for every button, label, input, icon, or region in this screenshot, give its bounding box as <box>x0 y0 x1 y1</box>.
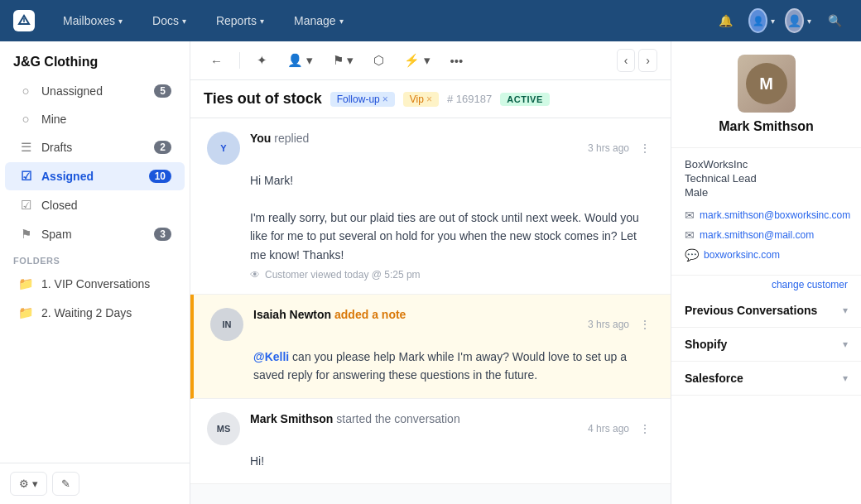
sender-avatar: MS <box>207 412 240 445</box>
conversation-header: Ties out of stock Follow-up × Vip × # 16… <box>190 80 671 118</box>
follow-up-tag[interactable]: Follow-up × <box>330 92 395 107</box>
sidebar-item-unassigned[interactable]: ○ Unassigned 5 <box>5 77 185 104</box>
customer-website[interactable]: boxworksinc.com <box>704 249 780 261</box>
message-item: IN Isaiah Newton added a note 3 hrs ago … <box>190 295 671 399</box>
more-button[interactable]: ••• <box>444 49 470 73</box>
customer-header: M Mark Smithson <box>671 41 861 148</box>
customer-avatar: M <box>738 55 796 113</box>
sidebar-item-drafts[interactable]: ☰ Drafts 2 <box>5 133 185 161</box>
message-time: 3 hrs ago <box>588 142 629 154</box>
inbox-icon: ○ <box>18 84 33 98</box>
message-meta: Isaiah Newton added a note <box>253 308 406 321</box>
action-button[interactable]: ⚡ ▾ <box>397 48 436 73</box>
assigned-icon: ☑ <box>18 169 33 184</box>
messages-area: Y You replied 3 hrs ago ⋮ Hi Mark! I'm r… <box>190 118 671 504</box>
chevron-down-icon: ▾ <box>118 17 123 26</box>
separator <box>239 52 240 69</box>
sidebar-item-mine[interactable]: ○ Mine <box>5 105 185 132</box>
gear-icon: ⚙ <box>19 478 29 490</box>
message-item: MS Mark Smithson started the conversatio… <box>190 399 671 484</box>
customer-role: Technical Lead <box>685 172 848 185</box>
chevron-down-icon: ▾ <box>182 17 186 26</box>
change-customer-button[interactable]: change customer <box>671 276 861 294</box>
sidebar-bottom: ⚙ ▾ ✎ <box>0 463 190 504</box>
email-icon: ✉ <box>685 228 695 242</box>
sidebar-item-spam[interactable]: ⚑ Spam 3 <box>5 220 185 248</box>
nav-manage[interactable]: Manage ▾ <box>287 11 350 31</box>
compose-icon: ✎ <box>61 478 70 490</box>
toolbar-nav: ‹ › <box>617 49 657 72</box>
flag-button[interactable]: ⚑ ▾ <box>326 48 360 73</box>
message-options-button[interactable]: ⋮ <box>636 314 654 334</box>
customer-email1[interactable]: mark.smithson@boxworksinc.com <box>700 209 850 221</box>
follow-up-remove-icon[interactable]: × <box>382 94 388 105</box>
chevron-down-icon: ▾ <box>843 372 848 384</box>
eye-icon: 👁 <box>250 269 260 281</box>
compose-button[interactable]: ✎ <box>52 472 79 496</box>
message-header-row: IN Isaiah Newton added a note 3 hrs ago … <box>210 308 654 341</box>
team-avatar-button[interactable]: 👤 ▾ <box>748 7 775 34</box>
back-button[interactable]: ← <box>204 49 229 73</box>
team-avatar: 👤 <box>748 8 767 33</box>
sidebar-item-assigned[interactable]: ☑ Assigned 10 <box>5 162 185 190</box>
shopify-toggle[interactable]: Shopify ▾ <box>671 328 861 361</box>
label-button[interactable]: ⬡ <box>367 48 391 73</box>
next-conversation-button[interactable]: › <box>638 49 657 72</box>
prev-conversation-button[interactable]: ‹ <box>617 49 636 72</box>
assigned-badge: 10 <box>149 170 171 183</box>
shopify-title: Shopify <box>685 338 727 351</box>
folder-icon: 📁 <box>18 276 33 291</box>
chevron-down-icon: ▾ <box>339 17 344 26</box>
main-layout: J&G Clothing ○ Unassigned 5 ○ Mine ☰ Dra… <box>0 41 861 504</box>
message-time: 4 hrs ago <box>588 423 629 434</box>
shopify-section: Shopify ▾ <box>671 328 861 362</box>
active-status-badge: ACTIVE <box>500 93 550 106</box>
content-area: ← ✦ 👤 ▾ ⚑ ▾ ⬡ ⚡ ▾ ••• ‹ › Ties out of st… <box>190 41 671 504</box>
message-meta: Mark Smithson started the conversation <box>250 412 460 425</box>
notifications-button[interactable]: 🔔 <box>712 7 738 34</box>
sender-avatar: IN <box>210 308 243 341</box>
settings-button[interactable]: ⚙ ▾ <box>10 472 47 496</box>
nav-docs[interactable]: Docs ▾ <box>146 11 193 31</box>
nav-mailboxes[interactable]: Mailboxes ▾ <box>56 11 129 31</box>
mention: @Kelli <box>253 350 289 363</box>
closed-icon: ☑ <box>18 198 33 213</box>
folder-icon: 📁 <box>18 305 33 320</box>
message-options-button[interactable]: ⋮ <box>636 138 654 158</box>
chevron-down-icon: ▾ <box>260 17 264 26</box>
assign-button[interactable]: 👤 ▾ <box>281 48 320 73</box>
vip-tag[interactable]: Vip × <box>403 92 439 107</box>
folders-section: FOLDERS <box>0 249 190 269</box>
message-time: 3 hrs ago <box>588 319 629 330</box>
spam-icon: ⚑ <box>18 227 33 242</box>
message-item: Y You replied 3 hrs ago ⋮ Hi Mark! I'm r… <box>190 118 671 295</box>
sidebar-folder-waiting[interactable]: 📁 2. Waiting 2 Days <box>5 299 185 327</box>
message-options-button[interactable]: ⋮ <box>636 419 654 439</box>
sidebar-title: J&G Clothing <box>0 41 190 76</box>
previous-conversations-toggle[interactable]: Previous Conversations ▾ <box>671 294 861 327</box>
customer-company: BoxWorksInc <box>685 158 848 170</box>
unassigned-badge: 5 <box>154 84 171 98</box>
salesforce-title: Salesforce <box>685 372 743 385</box>
tag-button[interactable]: ✦ <box>250 48 274 73</box>
sender-name: Mark Smithson started the conversation <box>250 412 460 425</box>
message-header: MS Mark Smithson started the conversatio… <box>207 412 460 445</box>
search-button[interactable]: 🔍 <box>821 7 848 34</box>
user-avatar-button[interactable]: 👤 ▾ <box>785 7 811 34</box>
message-meta: You replied <box>250 132 309 145</box>
sidebar-item-closed[interactable]: ☑ Closed <box>5 191 185 219</box>
vip-remove-icon[interactable]: × <box>426 94 432 105</box>
customer-name: Mark Smithson <box>719 119 814 134</box>
conversation-toolbar: ← ✦ 👤 ▾ ⚑ ▾ ⬡ ⚡ ▾ ••• ‹ › <box>190 41 671 80</box>
nav-reports[interactable]: Reports ▾ <box>209 11 271 31</box>
sender-name: You replied <box>250 132 309 145</box>
sidebar-folder-vip[interactable]: 📁 1. VIP Conversations <box>5 270 185 298</box>
previous-conversations-section: Previous Conversations ▾ <box>671 294 861 328</box>
message-footer: 👁 Customer viewed today @ 5:25 pm <box>207 269 654 281</box>
chevron-down-icon: ▾ <box>32 478 38 490</box>
customer-info-details: BoxWorksInc Technical Lead Male <box>685 158 848 199</box>
customer-email1-row: ✉ mark.smithson@boxworksinc.com <box>685 205 848 225</box>
chevron-down-icon: ▾ <box>843 305 848 316</box>
salesforce-toggle[interactable]: Salesforce ▾ <box>671 362 861 395</box>
customer-email2[interactable]: mark.smithson@mail.com <box>700 229 814 241</box>
